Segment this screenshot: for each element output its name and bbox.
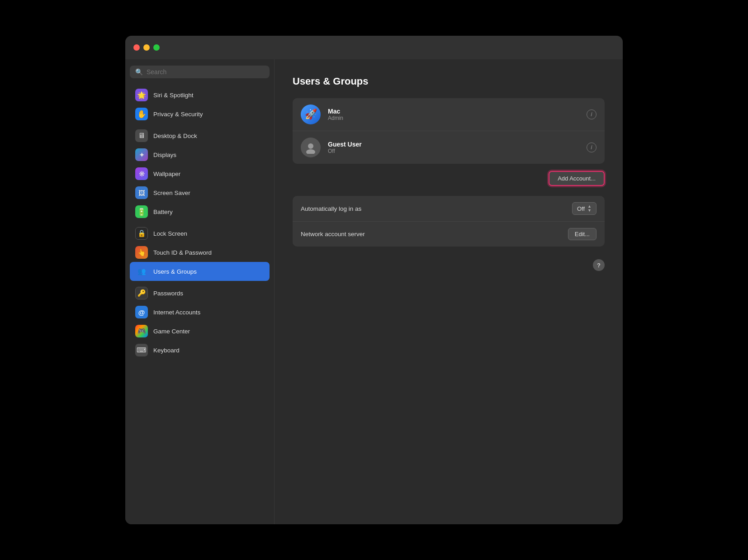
auto-login-value: Off [577,205,585,212]
content-area: 🔍 🌟 Siri & Spotlight ✋ Privacy & Securit… [125,59,623,524]
add-account-button[interactable]: Add Account... [549,171,605,186]
avatar: 🚀 [301,104,321,124]
desktop-dock-icon: 🖥 [135,129,148,142]
table-row[interactable]: 🚀 Mac Admin i [293,98,605,131]
sidebar-item-label: Privacy & Security [153,111,203,118]
sidebar: 🔍 🌟 Siri & Spotlight ✋ Privacy & Securit… [125,59,275,524]
wallpaper-icon: ❋ [135,167,148,180]
svg-point-0 [308,143,313,149]
sidebar-item-screen-saver[interactable]: 🖼 Screen Saver [130,183,270,202]
sidebar-item-label: Passwords [153,290,183,297]
user-role: Off [328,148,579,154]
user-role: Admin [328,115,579,121]
lock-screen-icon: 🔒 [135,227,148,240]
sidebar-item-label: Users & Groups [153,268,197,275]
sidebar-item-touch-id[interactable]: 👆 Touch ID & Password [130,243,270,262]
guest-info-button[interactable]: i [587,142,597,152]
screen-saver-icon: 🖼 [135,186,148,199]
network-account-row: Network account server Edit... [293,222,605,247]
keyboard-icon: ⌨ [135,344,148,356]
search-box[interactable]: 🔍 [130,66,270,78]
sidebar-item-passwords[interactable]: 🔑 Passwords [130,284,270,303]
sidebar-item-battery[interactable]: 🔋 Battery [130,202,270,221]
sidebar-item-label: Displays [153,152,176,158]
sidebar-item-users-groups[interactable]: 👥 Users & Groups [130,262,270,281]
sidebar-item-wallpaper[interactable]: ❋ Wallpaper [130,164,270,183]
sidebar-item-displays[interactable]: ✦ Displays [130,145,270,164]
add-account-row: Add Account... [293,171,605,186]
network-account-label: Network account server [301,231,568,237]
users-list: 🚀 Mac Admin i [293,98,605,164]
sidebar-item-label: Lock Screen [153,230,187,237]
sidebar-item-label: Siri & Spotlight [153,92,194,99]
user-name: Mac [328,108,579,115]
sidebar-item-desktop-dock[interactable]: 🖥 Desktop & Dock [130,126,270,145]
siri-spotlight-icon: 🌟 [135,89,148,101]
user-info-button[interactable]: i [587,109,597,119]
table-row[interactable]: Guest User Off i [293,131,605,164]
avatar [301,138,321,157]
sidebar-item-label: Desktop & Dock [153,133,197,139]
sidebar-item-game-center[interactable]: 🎮 Game Center [130,322,270,341]
close-button[interactable] [133,44,140,51]
page-title: Users & Groups [293,76,605,87]
privacy-security-icon: ✋ [135,108,148,120]
maximize-button[interactable] [153,44,160,51]
edit-button[interactable]: Edit... [568,228,597,240]
svg-point-1 [306,149,315,154]
displays-icon: ✦ [135,148,148,161]
guest-avatar-icon [304,141,317,154]
help-button[interactable]: ? [593,259,605,271]
search-input[interactable] [147,68,264,76]
auto-login-label: Automatically log in as [301,205,572,212]
battery-icon: 🔋 [135,205,148,218]
sidebar-item-label: Internet Accounts [153,309,200,316]
touch-id-icon: 👆 [135,246,148,259]
game-center-icon: 🎮 [135,325,148,337]
internet-accounts-icon: @ [135,306,148,318]
sidebar-item-label: Battery [153,209,173,215]
stepper-arrows: ▲ ▼ [587,204,592,213]
auto-login-row: Automatically log in as Off ▲ ▼ [293,196,605,222]
rocket-icon: 🚀 [305,109,317,120]
settings-panel: Automatically log in as Off ▲ ▼ Network … [293,196,605,247]
minimize-button[interactable] [143,44,150,51]
sidebar-item-internet-accounts[interactable]: @ Internet Accounts [130,303,270,322]
sidebar-item-siri-spotlight[interactable]: 🌟 Siri & Spotlight [130,85,270,104]
sidebar-item-label: Game Center [153,328,190,335]
sidebar-item-lock-screen[interactable]: 🔒 Lock Screen [130,224,270,243]
passwords-icon: 🔑 [135,287,148,299]
auto-login-stepper[interactable]: Off ▲ ▼ [572,202,597,215]
users-groups-icon: 👥 [135,265,148,278]
search-icon: 🔍 [135,68,143,76]
user-info: Guest User Off [328,141,579,154]
main-content: Users & Groups 🚀 Mac Admin i [275,59,623,524]
sidebar-item-keyboard[interactable]: ⌨ Keyboard [130,341,270,360]
sidebar-item-label: Screen Saver [153,190,190,196]
main-window: 🔍 🌟 Siri & Spotlight ✋ Privacy & Securit… [125,36,623,524]
user-name: Guest User [328,141,579,148]
sidebar-item-label: Keyboard [153,347,180,354]
user-info: Mac Admin [328,108,579,121]
sidebar-item-privacy-security[interactable]: ✋ Privacy & Security [130,104,270,123]
sidebar-item-label: Touch ID & Password [153,249,212,256]
title-bar [125,36,623,59]
sidebar-item-label: Wallpaper [153,171,180,177]
